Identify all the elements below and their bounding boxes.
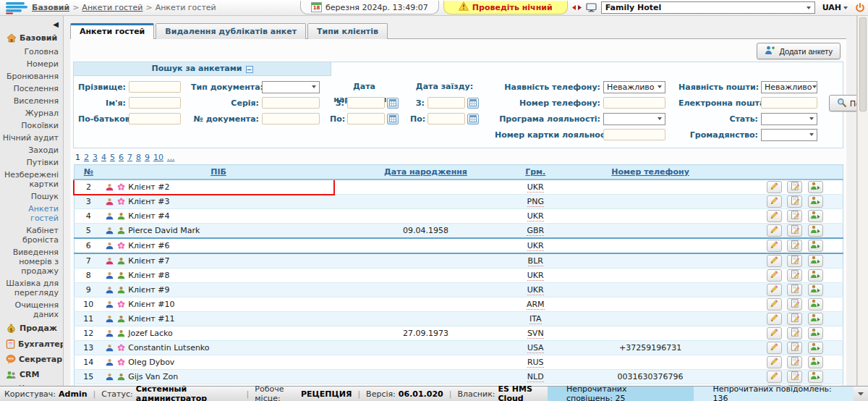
table-row[interactable]: 3 Клієнт #3 PNG [74,195,843,209]
pagination-page[interactable]: 5 [110,153,115,162]
edit-card-button[interactable] [767,181,782,193]
table-row[interactable]: 8 Клієнт #8 UKR [74,269,843,283]
sidebar-item-путівки[interactable]: Путівки [0,156,63,169]
table-row[interactable]: 12 Jozef Lacko 27.09.1973 SVN [74,326,843,341]
edit-card-button[interactable] [767,313,782,325]
edit-card-button[interactable] [767,342,782,354]
unread-notifications-badge[interactable]: Непрочитаних сповіщень: 25 [548,387,694,401]
mail-presence-select[interactable]: Неважливо [761,81,817,93]
table-row[interactable]: 11 Клієнт #11 ITA [74,312,843,326]
checkin-button[interactable] [808,195,823,208]
checkin-button[interactable] [808,371,823,383]
edit-document-button[interactable] [787,224,802,237]
edit-document-button[interactable] [787,327,802,339]
table-row[interactable]: 14 Oleg Dybov RUS [74,355,843,370]
pagination-page[interactable]: 9 [145,153,150,162]
hotel-select[interactable]: Family Hotel [601,1,815,14]
edit-card-button[interactable] [767,269,782,282]
collapse-panel-icon[interactable]: − [246,66,253,73]
edit-document-button[interactable] [787,210,802,222]
edit-card-button[interactable] [767,298,782,311]
phone-presence-select[interactable]: Неважливо [603,81,665,93]
tab[interactable]: Видалення дублікатів анкет [156,23,306,39]
series-input[interactable] [262,97,320,109]
vertical-scrollbar[interactable] [857,16,868,386]
table-row[interactable]: 7 Клієнт #7 BLR [74,253,843,269]
cell-citizenship[interactable]: UKR [527,271,544,281]
sidebar-item-головна[interactable]: Головна [0,46,63,58]
tab[interactable]: Типи клієнтів [307,23,388,39]
checkin-button[interactable] [808,313,823,325]
currency-select[interactable]: UAH [820,3,851,12]
cell-citizenship[interactable]: PNG [527,197,544,207]
cell-citizenship[interactable]: USA [527,343,544,353]
sidebar-item-нічний-аудит[interactable]: Нічний аудит [0,132,63,144]
sidebar-section[interactable]: $Продаж [0,321,63,336]
checkin-button[interactable] [808,269,823,282]
sidebar-section[interactable]: Секретар [0,352,63,367]
pagination-current[interactable]: 1 [75,153,80,162]
cell-citizenship[interactable]: SVN [527,329,544,339]
column-header-number[interactable]: № [74,165,103,180]
citizenship-select[interactable] [761,129,817,141]
email-input[interactable] [761,97,817,109]
last-name-input[interactable] [129,81,181,93]
sidebar-section[interactable]: Базовий [0,30,63,46]
swap-arrows-icon[interactable] [572,4,582,11]
edit-card-button[interactable] [767,210,782,222]
edit-document-button[interactable] [787,240,802,252]
edit-document-button[interactable] [787,255,802,267]
column-header-birthdate[interactable]: Дата народження [334,165,517,180]
scrollbar-thumb[interactable] [859,17,867,111]
arrival-to-datepicker-button[interactable] [467,114,479,124]
sidebar-item-шахівка-для-перегляду[interactable]: Шахівка для перегляду [0,277,63,299]
checkin-button[interactable] [808,284,823,296]
cell-citizenship[interactable]: UKR [527,285,544,295]
edit-card-button[interactable] [767,284,782,296]
sidebar-item-пошук[interactable]: Пошук [0,190,63,203]
table-row[interactable]: 10 Клієнт #10 ARM [74,297,843,312]
cell-citizenship[interactable]: ITA [529,314,542,324]
pagination-page[interactable]: 3 [93,153,98,162]
breadcrumb-mid-link[interactable]: Анкети гостей [82,3,142,12]
arrival-date-from-input[interactable] [427,97,465,109]
sidebar-section[interactable]: CRM [0,367,63,382]
pagination-page[interactable]: ... [167,153,175,162]
cell-citizenship[interactable]: NLD [527,372,544,382]
checkin-button[interactable] [808,342,823,354]
add-questionnaire-button[interactable]: Додати анкету [757,43,841,59]
checkin-button[interactable] [808,224,823,237]
tab[interactable]: Анкети гостей [70,23,154,39]
pagination-page[interactable]: 4 [101,153,106,162]
sidebar-item-незбережені-картки[interactable]: Незбережені картки [0,169,63,190]
sidebar-item-виселення[interactable]: Виселення [0,95,63,107]
edit-card-button[interactable] [767,240,782,252]
edit-document-button[interactable] [787,181,802,193]
app-logo-icon[interactable] [6,1,27,14]
edit-card-button[interactable] [767,356,782,368]
gender-select[interactable] [761,113,817,125]
table-row[interactable]: 9 Клієнт #9 UKR [74,283,843,297]
cell-citizenship[interactable]: RUS [527,358,544,368]
night-audit-warning[interactable]: ! Проведіть нічний [443,1,568,14]
cell-citizenship[interactable]: UKR [527,211,544,221]
edit-document-button[interactable] [787,195,802,208]
edit-card-button[interactable] [767,195,782,208]
sidebar-collapse-button[interactable]: ◀ [53,20,59,28]
sidebar-item-номери[interactable]: Номери [0,58,63,70]
edit-card-button[interactable] [767,255,782,267]
unread-messages-badge[interactable]: Непрочитаних повідомлень: 136 [694,387,854,401]
cell-citizenship[interactable]: ARM [527,300,545,310]
statusbar-caret-icon[interactable] [854,387,868,401]
edit-document-button[interactable] [787,356,802,368]
pagination-page[interactable]: 7 [127,153,132,162]
edit-document-button[interactable] [787,313,802,325]
checkin-button[interactable] [808,298,823,311]
sidebar-section[interactable]: Бухгалтерія [0,336,63,352]
column-header-citizenship[interactable]: Грм. [517,165,553,180]
table-row-highlighted[interactable]: 2 Клієнт #2 UKR [74,180,843,195]
column-header-name[interactable]: ПІБ [103,165,334,180]
checkin-button[interactable] [808,255,823,267]
doc-type-select[interactable] [262,81,320,93]
sidebar-item-анкети-гостей[interactable]: Анкети гостей [0,203,63,224]
